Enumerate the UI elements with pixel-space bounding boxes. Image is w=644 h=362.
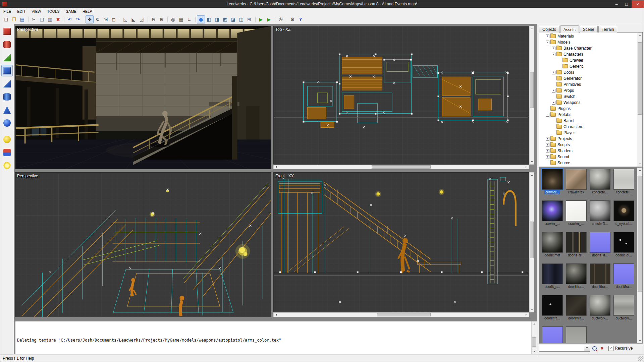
asset-thumbnail[interactable]: crawler.tex	[564, 169, 588, 200]
create-point-light-button[interactable]	[1, 134, 13, 145]
scroll-up-button[interactable]	[530, 26, 534, 31]
scrollbar-track[interactable]	[530, 177, 534, 307]
asset-thumbnail[interactable]: ductwork...	[588, 295, 612, 326]
asset-thumbnail[interactable]: crawler...	[540, 169, 564, 200]
view-quad-button[interactable]: ⊞	[245, 15, 253, 23]
recursive-checkbox[interactable]: ✓	[608, 346, 613, 351]
open-button[interactable]: ❐	[10, 15, 18, 23]
asset-thumbnail[interactable]: concrete...	[612, 169, 636, 200]
console-scrollbar[interactable]	[531, 321, 537, 354]
asset-filter-combo[interactable]	[539, 345, 590, 352]
scrollbar-thumb[interactable]	[372, 165, 431, 169]
view-back-button[interactable]: ◨	[213, 15, 221, 23]
zoom-out-button[interactable]: ⊖	[149, 15, 157, 23]
tree-item-switch[interactable]: Switch	[539, 94, 637, 100]
tree-expander[interactable]	[552, 53, 555, 56]
tab-terrain[interactable]: Terrain	[598, 26, 618, 33]
asset-thumbnail[interactable]: d_eyebal...	[612, 200, 636, 232]
create-directional-light-button[interactable]	[1, 160, 13, 171]
tree-item-props[interactable]: Props	[539, 87, 637, 94]
tree-item-primitives[interactable]: Primitives	[539, 81, 637, 87]
tree-item-prefabs-player[interactable]: Player	[539, 130, 637, 136]
select-tool-button[interactable]: ◻	[110, 15, 118, 23]
asset-thumbnail[interactable]: doorlit_d...	[588, 232, 612, 263]
asset-thumbnail[interactable]: doorlitfra...	[564, 263, 588, 295]
tree-item-weapons[interactable]: Weapons	[539, 100, 637, 106]
search-button[interactable]	[591, 345, 598, 352]
tree-expander[interactable]	[546, 113, 549, 117]
tree-item-base-character[interactable]: Base Character	[539, 45, 637, 51]
asset-filter-input[interactable]	[539, 345, 584, 351]
view-front-button[interactable]: ◧	[205, 15, 213, 23]
tree-item-materials[interactable]: Materials	[539, 33, 637, 39]
tree-expander[interactable]	[546, 149, 549, 153]
viewport-front-xy[interactable]: Front - XY	[273, 172, 529, 312]
tree-scrollbar[interactable]	[637, 33, 642, 167]
scrollbar-track[interactable]	[530, 31, 534, 160]
scroll-up-button[interactable]	[532, 321, 537, 326]
tree-item-prefabs[interactable]: Prefabs	[539, 112, 637, 118]
run-button[interactable]: ▶	[265, 15, 273, 23]
cut-button[interactable]: ✂	[30, 15, 38, 23]
scroll-down-button[interactable]	[637, 339, 642, 343]
viewport-perspective-rendered[interactable]: Perspective	[15, 26, 271, 169]
front-xy-vertical-scrollbar[interactable]	[529, 172, 534, 312]
tree-item-source[interactable]: Source	[539, 160, 637, 166]
asset-thumbnail[interactable]: doorlit_di...	[564, 232, 588, 263]
tree-item-doors[interactable]: Doors	[539, 69, 637, 75]
maximize-button[interactable]: □	[622, 0, 632, 8]
tree-item-scripts[interactable]: Scripts	[539, 142, 637, 148]
title-bar[interactable]: Leadwerks - C:/Users/Josh/Documents/Lead…	[0, 0, 644, 8]
clear-search-button[interactable]: ✖	[599, 345, 605, 352]
asset-thumbnail[interactable]: crawlerD...	[588, 200, 612, 232]
scrollbar-track[interactable]	[637, 37, 642, 162]
scrollbar-track[interactable]	[278, 313, 524, 317]
view-left-button[interactable]: ◩	[221, 15, 229, 23]
asset-thumbnail[interactable]: doorlit_s...	[540, 263, 564, 295]
top-xz-horizontal-scrollbar[interactable]	[273, 165, 529, 169]
asset-thumbnail[interactable]: doorlitfra...	[540, 295, 564, 326]
tree-item-shaders[interactable]: Shaders	[539, 148, 637, 154]
scale-tool-button[interactable]: ⇲	[102, 15, 110, 23]
asset-thumbnail[interactable]: doorlit_gl...	[612, 232, 636, 263]
tree-item-prefabs-barrel[interactable]: Barrel	[539, 118, 637, 124]
scroll-down-button[interactable]	[637, 162, 642, 167]
tab-scene[interactable]: Scene	[580, 26, 598, 33]
options-button[interactable]: ⚙	[288, 15, 297, 23]
create-cylinder-blue-button[interactable]	[1, 91, 13, 103]
redo-button[interactable]: ↷	[74, 15, 82, 23]
asset-thumbnail[interactable]: crawler_...	[564, 200, 588, 232]
new-button[interactable]: ❏	[2, 15, 10, 23]
terrain-slope-button[interactable]: ◺	[121, 15, 129, 23]
asset-thumbnail[interactable]: ductwork...	[612, 295, 636, 326]
scrollbar-track[interactable]	[532, 326, 537, 349]
tree-expander[interactable]	[552, 71, 555, 74]
tree-expander[interactable]	[552, 101, 555, 105]
create-spot-light-button[interactable]	[1, 147, 13, 158]
tab-objects[interactable]: Objects	[539, 26, 559, 33]
console-panel[interactable]: Deleting texture "C:/Users/Josh/Document…	[15, 321, 537, 354]
resize-grip[interactable]	[638, 356, 643, 361]
create-box-red-button[interactable]	[1, 26, 13, 37]
move-tool-button[interactable]: ✥	[86, 15, 94, 23]
scroll-right-button[interactable]	[524, 165, 529, 169]
combo-dropdown-button[interactable]	[584, 345, 590, 351]
tree-expander[interactable]	[552, 47, 555, 50]
top-xz-vertical-scrollbar[interactable]	[529, 26, 534, 165]
tree-expander[interactable]	[546, 41, 549, 44]
menu-tools[interactable]: TOOLS	[44, 8, 62, 14]
scroll-up-button[interactable]	[530, 173, 534, 177]
create-sphere-blue-button[interactable]	[1, 117, 13, 129]
scrollbar-thumb[interactable]	[638, 176, 642, 292]
zoom-in-button[interactable]: ⊕	[157, 15, 165, 23]
view-top-button[interactable]: ◫	[237, 15, 245, 23]
create-box-blue-button[interactable]	[1, 65, 13, 76]
tree-item-generator[interactable]: Generator	[539, 75, 637, 81]
tree-item-characters[interactable]: Characters	[539, 51, 637, 57]
undo-button[interactable]: ↶	[66, 15, 74, 23]
tree-expander[interactable]	[546, 143, 549, 147]
asset-thumbnail[interactable]: crawler_...	[540, 200, 564, 232]
asset-thumbnail[interactable]: doorlitfra...	[612, 263, 636, 295]
asset-thumbnail[interactable]	[564, 326, 588, 343]
scroll-up-button[interactable]	[637, 168, 642, 172]
